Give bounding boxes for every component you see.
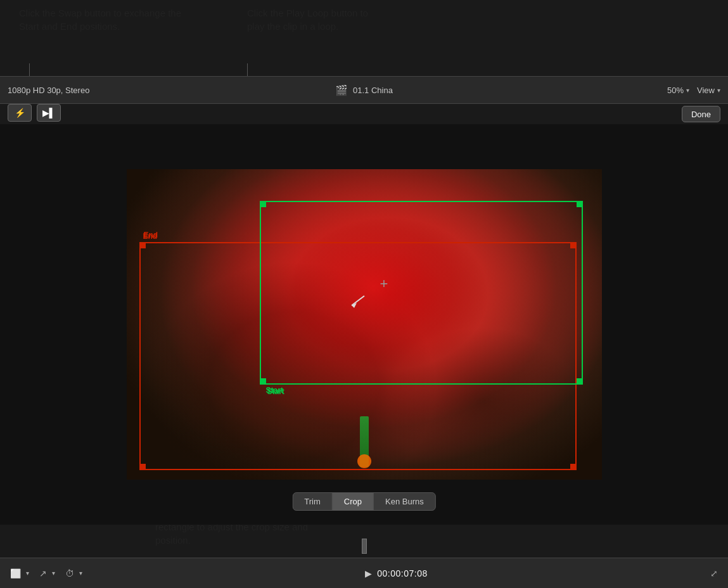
pb-right-controls: ⤢ — [710, 568, 718, 578]
annotation-swap: Click the Swap button to exchange the St… — [19, 6, 196, 33]
format-label: 1080p HD 30p, Stereo — [8, 86, 245, 95]
crop-tool-chevron[interactable]: ▾ — [26, 570, 29, 577]
zoom-selector[interactable]: 50% ▾ — [667, 86, 689, 95]
video-frame: End Start — [127, 169, 602, 480]
crop-tool-icon[interactable]: ⬜ — [10, 568, 21, 578]
playback-bar: ⬜ ▾ ↗ ▾ ⏱ ▾ ▶ 00:00:07:08 ⤢ — [0, 558, 728, 588]
expand-button[interactable]: ⤢ — [710, 568, 718, 578]
film-clip-indicator — [362, 539, 367, 554]
controls-row: ⚡ ▶▌ — [8, 104, 61, 122]
crop-tab-group: Trim Crop Ken Burns — [292, 492, 435, 511]
play-loop-button[interactable]: ▶▌ — [37, 104, 61, 122]
view-chevron: ▾ — [717, 87, 720, 94]
toolbar: 1080p HD 30p, Stereo 🎬 01.1 China 50% ▾ … — [0, 76, 728, 104]
view-button[interactable]: View ▾ — [697, 86, 720, 95]
video-background — [127, 169, 602, 480]
clip-name: 01.1 China — [353, 86, 393, 95]
pb-left-controls: ⬜ ▾ ↗ ▾ ⏱ ▾ — [10, 568, 82, 578]
swap-button[interactable]: ⚡ — [8, 104, 32, 122]
tab-ken-burns[interactable]: Ken Burns — [374, 493, 435, 510]
play-button[interactable]: ▶ — [365, 568, 372, 578]
view-label: View — [697, 86, 715, 95]
toolbar-center: 🎬 01.1 China — [245, 84, 483, 96]
clip-icon: 🎬 — [335, 84, 348, 96]
tab-trim[interactable]: Trim — [293, 493, 333, 510]
annotation-play-loop: Click the Play Loop button to play the c… — [247, 6, 386, 33]
zoom-level: 50% — [667, 86, 684, 95]
tab-crop[interactable]: Crop — [333, 493, 374, 510]
zoom-chevron: ▾ — [686, 87, 689, 94]
video-viewer: End Start — [0, 124, 728, 525]
speed-chevron[interactable]: ▾ — [79, 570, 82, 577]
done-button[interactable]: Done — [682, 106, 720, 122]
transform-icon[interactable]: ↗ — [39, 568, 47, 578]
speed-icon[interactable]: ⏱ — [65, 568, 74, 578]
toolbar-right: 50% ▾ View ▾ — [483, 86, 720, 95]
time-display: 00:00:07:08 — [377, 568, 427, 578]
transform-chevron[interactable]: ▾ — [52, 570, 55, 577]
pb-center-controls: ▶ 00:00:07:08 — [90, 568, 703, 578]
